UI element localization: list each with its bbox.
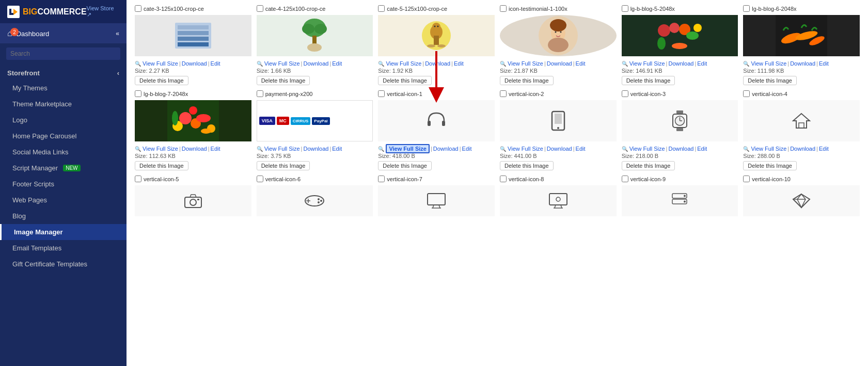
sidebar-item-web-pages[interactable]: Web Pages xyxy=(0,192,127,208)
checkbox-payment[interactable] xyxy=(257,90,263,97)
checkbox-blog7[interactable] xyxy=(135,90,141,97)
download-link-icon-test[interactable]: Download xyxy=(547,60,572,67)
checkbox-vicon2[interactable] xyxy=(500,90,507,97)
download-link-blog5[interactable]: Download xyxy=(668,60,693,67)
checkbox-vicon5[interactable] xyxy=(135,176,141,182)
delete-button-payment[interactable]: Delete this Image xyxy=(257,161,310,170)
edit-link-vicon4[interactable]: Edit xyxy=(819,146,829,152)
view-full-size-link-payment[interactable]: View Full Size xyxy=(264,146,300,152)
edit-link-payment[interactable]: Edit xyxy=(332,146,342,152)
view-full-size-link-blog5[interactable]: View Full Size xyxy=(629,60,665,67)
delete-button-vicon3[interactable]: Delete this Image xyxy=(622,161,675,170)
edit-link-blog5[interactable]: Edit xyxy=(697,60,707,67)
view-full-size-link-cate4[interactable]: View Full Size xyxy=(264,60,300,67)
sidebar-item-footer-scripts[interactable]: Footer Scripts xyxy=(0,176,127,192)
collapse-icon[interactable]: « xyxy=(116,30,119,37)
sidebar-item-script-manager[interactable]: Script Manager NEW xyxy=(0,160,127,176)
magnify-icon-11: 🔍 xyxy=(622,146,628,152)
sidebar-item-gift-certificate-templates[interactable]: Gift Certificate Templates xyxy=(0,256,127,272)
checkbox-vicon7[interactable] xyxy=(378,176,385,182)
delete-button-blog6[interactable]: Delete this Image xyxy=(743,76,797,85)
download-link-blog7[interactable]: Download xyxy=(182,146,207,152)
filename-vicon10: vertical-icon-10 xyxy=(752,176,791,182)
view-store-link[interactable]: View Store ↗ xyxy=(87,5,119,18)
cell-header-1: cate-3-125x100-crop-ce xyxy=(135,5,251,12)
delete-button-cate3[interactable]: Delete this Image xyxy=(135,76,188,85)
magnify-icon-7: 🔍 xyxy=(135,146,141,152)
download-link-payment[interactable]: Download xyxy=(303,146,328,152)
delete-button-blog7[interactable]: Delete this Image xyxy=(135,161,188,170)
view-full-size-link-icon-test[interactable]: View Full Size xyxy=(508,60,543,67)
sidebar-item-my-themes[interactable]: My Themes xyxy=(0,80,127,96)
bigcommerce-logo-icon xyxy=(7,6,20,18)
edit-link-vicon1[interactable]: Edit xyxy=(462,146,472,152)
edit-link-blog6[interactable]: Edit xyxy=(819,60,829,67)
checkbox-blog6[interactable] xyxy=(743,5,750,12)
checkbox-vicon3[interactable] xyxy=(622,90,628,97)
edit-link-cate4[interactable]: Edit xyxy=(332,60,342,67)
delete-button-icon-test[interactable]: Delete this Image xyxy=(500,76,554,85)
sidebar-item-logo[interactable]: Logo xyxy=(0,112,127,128)
delete-button-vicon1[interactable]: Delete this Image xyxy=(378,161,432,170)
view-full-size-link-vicon3[interactable]: View Full Size xyxy=(629,146,665,152)
magnify-icon-8: 🔍 xyxy=(257,146,263,152)
edit-link-vicon2[interactable]: Edit xyxy=(576,146,586,152)
view-full-size-link-vicon2[interactable]: View Full Size xyxy=(508,146,543,152)
dashboard-button[interactable]: 2 ⌂ Dashboard « xyxy=(0,24,127,43)
checkbox-vicon9[interactable] xyxy=(622,176,628,182)
download-link-blog6[interactable]: Download xyxy=(790,60,815,67)
sidebar-item-email-templates[interactable]: Email Templates xyxy=(0,240,127,256)
svg-point-53 xyxy=(557,127,559,129)
delete-button-cate4[interactable]: Delete this Image xyxy=(257,76,310,85)
checkbox-vicon8[interactable] xyxy=(500,176,507,182)
sidebar-item-theme-marketplace[interactable]: Theme Marketplace xyxy=(0,96,127,112)
checkbox-vicon10[interactable] xyxy=(743,176,750,182)
download-link-vicon4[interactable]: Download xyxy=(790,146,815,152)
download-link-cate3[interactable]: Download xyxy=(182,60,207,67)
edit-link-blog7[interactable]: Edit xyxy=(211,146,220,152)
view-full-size-link-vicon1[interactable]: View Full Size xyxy=(386,144,430,153)
edit-link-cate5[interactable]: Edit xyxy=(454,60,464,67)
sidebar-item-home-page-carousel[interactable]: Home Page Carousel xyxy=(0,128,127,144)
image-actions-vicon1: 🔍 View Full Size|Download|Edit xyxy=(378,146,495,152)
view-full-size-link-cate5[interactable]: View Full Size xyxy=(386,60,421,67)
edit-link-icon-test[interactable]: Edit xyxy=(576,60,586,67)
sidebar-item-social-media-links[interactable]: Social Media Links xyxy=(0,144,127,160)
delete-button-blog5[interactable]: Delete this Image xyxy=(622,76,675,85)
view-full-size-link-cate3[interactable]: View Full Size xyxy=(143,60,178,67)
download-link-vicon3[interactable]: Download xyxy=(668,146,693,152)
checkbox-cate3[interactable] xyxy=(135,5,141,12)
edit-link-cate3[interactable]: Edit xyxy=(211,60,220,67)
filename-blog5: lg-b-blog-5-2048x xyxy=(630,6,675,12)
delete-button-vicon2[interactable]: Delete this Image xyxy=(500,161,554,170)
checkbox-icon-test[interactable] xyxy=(500,5,507,12)
actions-icon-test: 🔍 View Full Size|Download|Edit Size: 21.… xyxy=(500,58,617,85)
visa-icon: VISA xyxy=(259,117,275,125)
view-full-size-link-blog7[interactable]: View Full Size xyxy=(143,146,178,152)
delete-button-cate5[interactable]: Delete this Image xyxy=(378,76,432,85)
cell-header-3: cate-5-125x100-crop-ce xyxy=(378,5,495,12)
checkbox-blog5[interactable] xyxy=(622,5,628,12)
delete-button-vicon4[interactable]: Delete this Image xyxy=(743,161,797,170)
svg-point-19 xyxy=(434,26,436,27)
sidebar-item-image-manager[interactable]: Image Manager xyxy=(0,224,127,240)
download-link-cate5[interactable]: Download xyxy=(425,60,450,67)
view-full-size-link-blog6[interactable]: View Full Size xyxy=(751,60,786,67)
checkbox-vicon6[interactable] xyxy=(257,176,263,182)
checkbox-vicon1[interactable] xyxy=(378,90,385,97)
checkbox-vicon4[interactable] xyxy=(743,90,750,97)
download-link-vicon1[interactable]: Download xyxy=(433,146,459,152)
download-link-vicon2[interactable]: Download xyxy=(547,146,572,152)
magnify-icon-3: 🔍 xyxy=(378,61,384,67)
storefront-section-header[interactable]: Storefront ‹ xyxy=(0,64,127,80)
checkbox-cate5[interactable] xyxy=(378,5,385,12)
download-link-cate4[interactable]: Download xyxy=(303,60,328,67)
checkbox-cate4[interactable] xyxy=(257,5,263,12)
svg-marker-85 xyxy=(793,194,810,208)
view-full-size-link-vicon4[interactable]: View Full Size xyxy=(751,146,786,152)
svg-point-43 xyxy=(196,114,211,122)
search-input[interactable] xyxy=(6,47,120,60)
edit-link-vicon3[interactable]: Edit xyxy=(697,146,707,152)
towels-image xyxy=(172,18,214,54)
sidebar-item-blog[interactable]: Blog xyxy=(0,208,127,224)
